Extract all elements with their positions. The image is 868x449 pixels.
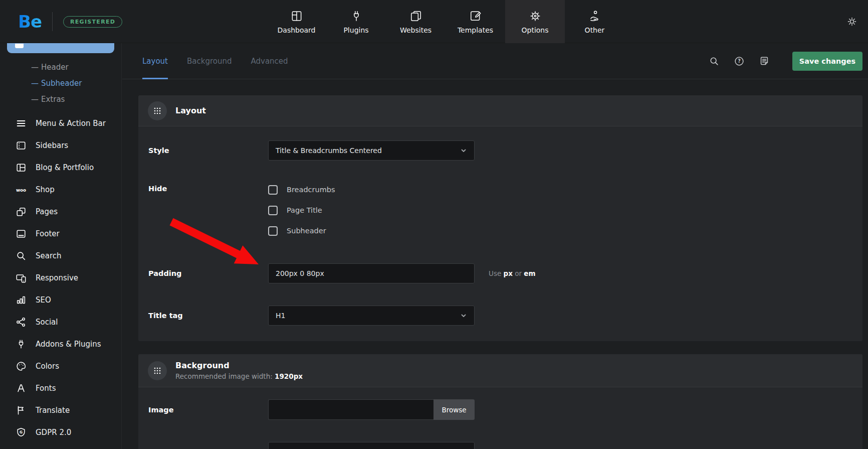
save-changes-button[interactable]: Save changes	[792, 52, 862, 71]
tab-background[interactable]: Background	[187, 43, 232, 79]
sidebar-item-label: Footer	[36, 229, 60, 238]
hide-options: Breadcrumbs Page Title Subheader	[268, 185, 335, 236]
search-icon[interactable]	[708, 55, 720, 67]
sidebar-icon	[15, 139, 27, 152]
style-label: Style	[148, 146, 268, 155]
title-tag-row: Title tag H1	[138, 306, 862, 326]
sidebar-item-pages[interactable]: Pages	[0, 201, 121, 223]
sidebar-item-label: Search	[36, 251, 62, 260]
section-subtitle: Recommended image width: 1920px	[175, 372, 303, 380]
title-tag-select-value: H1	[276, 312, 285, 320]
palette-icon	[15, 360, 27, 372]
dash-icon: —	[31, 79, 41, 88]
subitem-label: Subheader	[41, 79, 82, 88]
background-header-text: Background Recommended image width: 1920…	[175, 361, 303, 380]
sidebar-subitem-extras[interactable]: — Extras	[0, 91, 121, 107]
pages-icon	[15, 206, 27, 218]
sidebar-item-label: Fonts	[36, 384, 56, 393]
checkbox-row-subheader[interactable]: Subheader	[268, 226, 335, 236]
layout-section: Layout Style Title & Breadcrumbs Centere…	[138, 95, 862, 341]
section-title: Background	[175, 361, 303, 370]
sidebar-item-sidebars[interactable]: Sidebars	[0, 134, 121, 157]
style-select-value: Title & Breadcrumbs Centered	[276, 146, 382, 155]
image-row: Image Browse	[138, 387, 862, 420]
font-icon	[15, 382, 27, 394]
tab-advanced[interactable]: Advanced	[251, 43, 288, 79]
sidebar-item-gdpr[interactable]: G GDPR 2.0	[0, 421, 121, 443]
sidebar-item-addons-plugins[interactable]: Addons & Plugins	[0, 333, 121, 355]
templates-icon	[469, 10, 482, 23]
hide-label: Hide	[148, 185, 268, 193]
section-title: Layout	[175, 106, 206, 115]
betheme-logo[interactable]: Be	[18, 12, 42, 32]
dash-icon: —	[31, 63, 41, 72]
help-icon[interactable]: ?	[733, 55, 745, 67]
sidebar-item-shop[interactable]: woo Shop	[0, 179, 121, 201]
dashboard-icon	[290, 10, 303, 23]
sidebar-item-label: Sidebars	[36, 141, 68, 150]
sidebar-item-colors[interactable]: Colors	[0, 355, 121, 377]
checkbox-row-breadcrumbs[interactable]: Breadcrumbs	[268, 185, 335, 195]
image-input-group: Browse	[268, 399, 475, 420]
sidebar-item-translate[interactable]: Translate	[0, 399, 121, 421]
support-icon	[588, 10, 601, 23]
sidebar-item-footer[interactable]: Footer	[0, 223, 121, 245]
nav-item-dashboard[interactable]: Dashboard	[267, 0, 326, 43]
tab-layout[interactable]: Layout	[142, 43, 168, 79]
checkbox-label: Breadcrumbs	[287, 186, 335, 194]
nav-item-plugins[interactable]: Plugins	[326, 0, 386, 43]
nav-item-templates[interactable]: Templates	[446, 0, 505, 43]
sidebar-subitem-header[interactable]: — Header	[0, 59, 121, 75]
padding-input[interactable]	[268, 263, 475, 283]
dash-icon: —	[31, 95, 41, 104]
browse-button[interactable]: Browse	[433, 399, 475, 420]
sidebar-item-label: Colors	[36, 362, 59, 371]
sidebar-item-fonts[interactable]: Fonts	[0, 377, 121, 399]
sidebar-selected-item-partial[interactable]	[7, 43, 114, 53]
sidebar-item-seo[interactable]: SEO	[0, 289, 121, 311]
nav-item-websites[interactable]: Websites	[386, 0, 446, 43]
breadcrumbs-checkbox[interactable]	[268, 185, 278, 195]
partial-input[interactable]	[268, 442, 475, 449]
sidebar-item-social[interactable]: Social	[0, 311, 121, 333]
drag-handle-icon[interactable]	[148, 361, 167, 380]
background-section: Background Recommended image width: 1920…	[138, 354, 862, 449]
image-input[interactable]	[268, 399, 433, 420]
style-select[interactable]: Title & Breadcrumbs Centered	[268, 140, 475, 161]
sidebar-item-label: GDPR 2.0	[36, 428, 71, 437]
menu-icon	[15, 117, 27, 129]
shield-icon: G	[15, 426, 27, 438]
sidebar-item-label: SEO	[36, 295, 51, 305]
sidebar-item-label: Shop	[36, 185, 55, 194]
sidebar-item-label: Menu & Action Bar	[36, 119, 106, 128]
sidebar-item-blog-portfolio[interactable]: Blog & Portfolio	[0, 157, 121, 179]
background-section-header: Background Recommended image width: 1920…	[138, 354, 862, 387]
subitem-label: Extras	[41, 95, 65, 104]
toolbar: Layout Background Advanced ? Save change…	[122, 43, 868, 79]
page-title-checkbox[interactable]	[268, 206, 278, 215]
checkbox-row-page-title[interactable]: Page Title	[268, 205, 335, 215]
main-area: Layout Background Advanced ? Save change…	[122, 43, 868, 449]
selected-item-icon-fragment	[15, 44, 24, 48]
layout-section-header: Layout	[138, 95, 862, 126]
nav-item-other[interactable]: Other	[565, 0, 624, 43]
sidebar-item-responsive[interactable]: Responsive	[0, 267, 121, 289]
drag-handle-icon[interactable]	[148, 101, 167, 120]
woocommerce-icon: woo	[15, 184, 27, 196]
subheader-checkbox[interactable]	[268, 226, 278, 236]
sidebar-item-search[interactable]: Search	[0, 245, 121, 267]
next-field-row-partial	[138, 442, 862, 449]
toolbar-right: ? Save changes	[708, 52, 862, 71]
plug-icon	[15, 338, 27, 350]
sidebar-subitem-subheader[interactable]: — Subheader	[0, 75, 121, 91]
title-tag-select[interactable]: H1	[268, 306, 475, 326]
websites-icon	[409, 10, 422, 23]
sidebar-list: Menu & Action Bar Sidebars Blog & Portfo…	[0, 112, 121, 443]
sidebar-item-menu-action-bar[interactable]: Menu & Action Bar	[0, 112, 121, 134]
footer-icon	[15, 228, 27, 240]
chevron-down-icon	[460, 147, 467, 154]
sun-icon[interactable]	[846, 16, 858, 28]
notes-icon[interactable]	[758, 55, 770, 67]
checkbox-label: Page Title	[287, 206, 322, 214]
nav-item-options[interactable]: Options	[505, 0, 565, 43]
